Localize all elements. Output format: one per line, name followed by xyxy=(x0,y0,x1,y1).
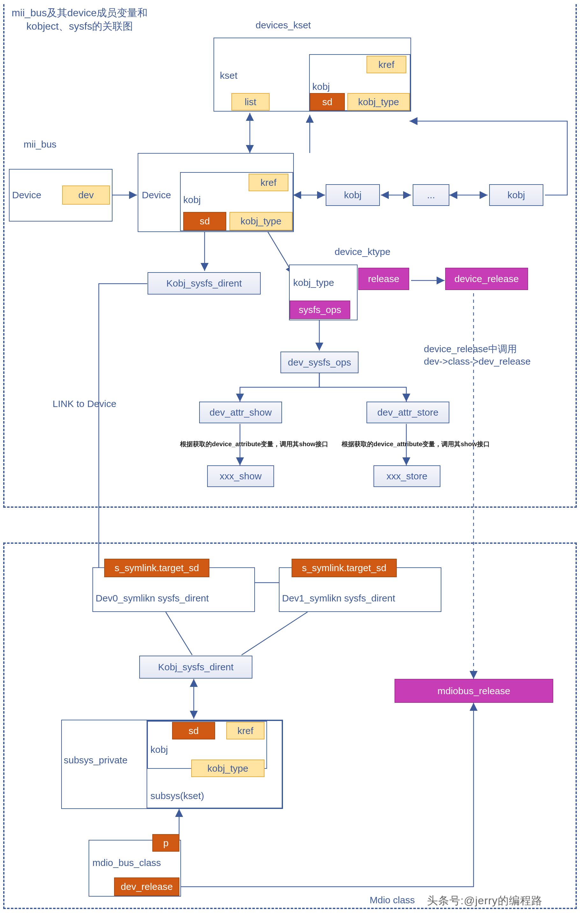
devices-kset-title: devices_kset xyxy=(255,20,311,31)
release-note: device_release中调用 dev->class->dev_releas… xyxy=(424,343,531,367)
mii-bus-label: mii_bus xyxy=(23,139,56,150)
mdio-bus-class-label: mdio_bus_class xyxy=(92,857,161,868)
s-symlink-target0: s_symlink.target_sd xyxy=(104,559,209,577)
mid-sd-cell: sd xyxy=(183,212,226,231)
device-release-cell: device_release xyxy=(445,268,528,290)
subsys-kobjtype-cell: kobj_type xyxy=(191,759,265,777)
kobj-chain-ellipsis: ... xyxy=(413,184,449,206)
attr-note-left: 根据获取的device_attribute变量，调用其show接口 xyxy=(180,440,328,448)
subsys-sd-cell: sd xyxy=(172,722,215,740)
kobj-sysfs-dirent-bottom: Kobj_sysfs_dirent xyxy=(139,656,252,679)
p-cell: p xyxy=(152,834,180,852)
mid-kobjtype-cell: kobj_type xyxy=(229,212,293,231)
link-to-device: LINK to Device xyxy=(53,399,116,409)
dev1-symlink-label: Dev1_symlikn sysfs_dirent xyxy=(282,593,395,604)
xxx-store: xxx_store xyxy=(374,465,440,487)
subsys-private-label: subsys_private xyxy=(64,755,127,766)
subsys-kset-label: subsys(kset) xyxy=(150,791,204,801)
dev-attr-store: dev_attr_store xyxy=(366,402,449,423)
s-symlink-target1: s_symlink.target_sd xyxy=(292,559,397,577)
attr-note-right: 根据获取的device_attribute变量，调用其show接口 xyxy=(342,440,490,448)
device-ktype-label: device_ktype xyxy=(334,246,391,257)
left-device-label: Device xyxy=(12,189,41,201)
dev0-symlink-label: Dev0_symlikn sysfs_dirent xyxy=(96,593,209,604)
mdiobus-release: mdiobus_release xyxy=(394,679,553,703)
top-sd-cell: sd xyxy=(310,93,345,110)
kobj-chain-1: kobj xyxy=(326,184,380,206)
kobj-chain-2: kobj xyxy=(489,184,543,206)
svg-line-13 xyxy=(166,612,192,655)
subsys-kobj-label: kobj xyxy=(150,744,168,755)
watermark: 头条号:@jerry的编程路 xyxy=(427,893,542,908)
dev-cell: dev xyxy=(62,186,110,204)
dev-attr-show: dev_attr_show xyxy=(199,402,282,423)
kobj-sysfs-dirent-mid: Kobj_sysfs_dirent xyxy=(148,272,261,295)
mid-kref-cell: kref xyxy=(249,174,288,191)
kset-label: kset xyxy=(220,70,237,81)
subsys-kref-cell: kref xyxy=(226,722,265,740)
mdio-class-caption: Mdio class xyxy=(370,895,415,906)
top-kobjtype-cell: kobj_type xyxy=(348,93,410,110)
dev-sysfs-ops: dev_sysfs_ops xyxy=(280,352,359,373)
mid-device-label: Device xyxy=(142,189,171,201)
top-kref-cell: kref xyxy=(366,56,406,73)
sysfs-ops-cell: sysfs_ops xyxy=(290,301,350,319)
release-cell: release xyxy=(358,268,409,290)
top-kobj-label: kobj xyxy=(312,81,330,92)
svg-line-14 xyxy=(242,612,308,655)
kt-kobj-type-label: kobj_type xyxy=(293,277,334,288)
list-cell: list xyxy=(231,93,270,110)
xxx-show: xxx_show xyxy=(207,465,274,487)
mid-kobj-label: kobj xyxy=(183,194,201,205)
dev-release-cell: dev_release xyxy=(114,878,180,896)
